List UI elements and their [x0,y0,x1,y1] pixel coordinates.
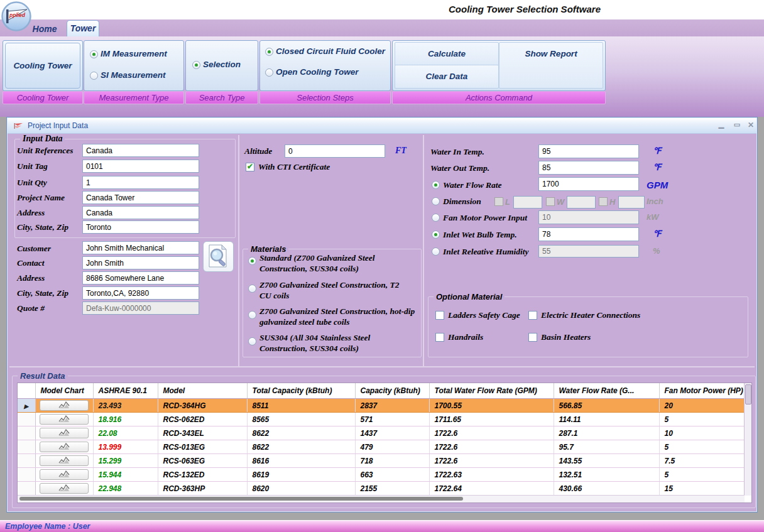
material-z700-t2cu-label[interactable]: Z700 Galvanized Steel Construction, T2 C… [259,280,404,301]
model-chart-button[interactable] [40,428,89,438]
model-chart-button[interactable] [40,469,89,480]
fan-motor-label[interactable]: Fan Motor Power Input [443,213,527,223]
model-chart-button[interactable] [40,455,89,466]
vertical-scrollbar[interactable] [744,383,751,496]
table-row[interactable]: ▶ 22.08 RCD-343EL 8622 1437 1722.6 287.1… [18,426,745,440]
fan-motor-radio[interactable] [432,214,440,222]
table-row[interactable]: ▶ 22.948 RCD-363HP 8620 2155 1722.64 430… [18,482,745,496]
wet-bulb-label[interactable]: Inlet Wet Bulb Temp. [443,230,517,240]
selection-label[interactable]: Selection [203,60,241,69]
material-z700-t2cu-radio[interactable] [248,285,256,293]
col-header-water-flow[interactable]: Water Flow Rate (G... [554,383,659,399]
vertical-scrollbar-thumb[interactable] [745,384,751,404]
water-flow-radio[interactable] [432,181,440,189]
material-standard-label[interactable]: Standard (Z700 Galvanized Steel Construc… [259,252,410,274]
table-row[interactable]: ▶ 15.299 RCS-063EG 8616 718 1722.6 143.5… [18,454,745,468]
row-selector[interactable]: ▶ [18,399,35,413]
si-measurement-radio[interactable] [90,72,98,80]
calculate-button[interactable]: Calculate [395,42,499,66]
electric-heater-label[interactable]: Electric Heater Connections [541,310,640,320]
material-sus304-label[interactable]: SUS304 (All 304 Stainless Steel Construc… [259,332,404,354]
selection-radio[interactable] [192,61,200,69]
closed-circuit-radio[interactable] [265,48,273,56]
material-z700-hotdip-label[interactable]: Z700 Galvanized Steel Construction, hot-… [259,306,417,327]
maximize-button[interactable]: ▭ [732,121,742,129]
dimension-radio[interactable] [432,197,440,205]
basin-heaters-label[interactable]: Basin Heaters [541,332,591,342]
open-cooling-label[interactable]: Open Cooling Tower [276,67,359,77]
table-row[interactable]: ▶ 15.944 RCS-132ED 8619 663 1722.63 132.… [18,468,745,482]
im-measurement-radio[interactable] [90,50,98,58]
project-name-input[interactable] [82,191,199,204]
tab-tower[interactable]: Tower [67,20,99,37]
col-header-total-water-flow[interactable]: Total Water Flow Rate (GPM) [429,383,554,399]
model-chart-button[interactable] [40,442,89,452]
table-row[interactable]: ▶ 18.916 RCS-062ED 8565 571 1711.65 114.… [18,413,745,426]
humidity-label[interactable]: Inlet Releative Humidity [443,247,528,257]
water-flow-label[interactable]: Water Flow Rate [443,180,502,190]
row-selector[interactable]: ▶ [18,482,35,496]
model-chart-button[interactable] [40,483,89,494]
customer-address-input[interactable] [82,271,199,285]
closed-circuit-label[interactable]: Closed Circuit Fluid Cooler [276,46,385,56]
electric-heater-checkbox[interactable] [528,311,537,320]
material-sus304-radio[interactable] [248,337,256,345]
material-z700-hotdip-radio[interactable] [248,311,256,319]
altitude-input[interactable] [285,144,385,158]
wet-bulb-radio[interactable] [432,231,440,239]
contact-input[interactable] [82,256,199,269]
unit-tag-input[interactable] [82,160,199,173]
model-chart-button[interactable] [40,400,89,411]
clear-data-button[interactable]: Clear Data [395,65,499,89]
model-value: RCS-063EG [158,454,247,468]
ladders-safety-cage-label[interactable]: Ladders Safety Cage [448,310,520,320]
minimize-button[interactable]: ▁ [716,121,726,129]
col-header-ashrae[interactable]: ASHRAE 90.1 [93,383,158,399]
model-chart-cell [35,399,93,413]
im-measurement-label[interactable]: IM Measurement [101,49,167,58]
water-in-input[interactable] [538,144,639,158]
row-selector[interactable]: ▶ [18,426,35,440]
customer-search-button[interactable] [203,241,234,272]
close-button[interactable]: ✕ [746,121,756,129]
col-header-total-capacity[interactable]: Total Capacity (kBtuh) [247,383,355,399]
col-header-model[interactable]: Model [158,383,247,399]
wet-bulb-input[interactable] [538,227,639,241]
row-selector[interactable]: ▶ [18,468,35,482]
ladders-safety-cage-checkbox[interactable] [435,311,444,320]
app-logo-button[interactable]: pplied [1,1,31,31]
city-state-zip-input[interactable] [82,220,199,234]
unit-qty-input[interactable] [82,176,199,189]
row-selector[interactable]: ▶ [18,413,35,426]
water-out-input[interactable] [538,161,639,175]
window-titlebar[interactable]: Project Input Data ▁ ▭ ✕ [8,118,756,134]
col-header-fan-power[interactable]: Fan Motor Power (HP) [659,383,745,399]
dimension-label[interactable]: Dimension [443,197,481,207]
table-row[interactable]: ▶ 13.999 RCS-013EG 8622 479 1722.6 95.7 … [18,440,745,454]
col-header-capacity[interactable]: Capacity (kBtuh) [355,383,429,399]
cooling-tower-button[interactable]: Cooling Tower [5,43,80,89]
customer-city-input[interactable] [82,286,199,300]
si-measurement-label[interactable]: SI Measurement [101,70,166,80]
model-chart-button[interactable] [40,414,89,425]
cti-certificate-label[interactable]: With CTI Certificate [258,162,330,172]
show-report-button[interactable]: Show Report [499,42,603,89]
handrails-checkbox[interactable] [435,333,444,342]
cti-certificate-checkbox[interactable] [246,163,254,171]
water-flow-input[interactable] [538,177,639,191]
open-cooling-radio[interactable] [265,68,273,77]
material-standard-radio[interactable] [248,257,256,265]
handrails-label[interactable]: Handrails [448,332,483,342]
row-selector[interactable]: ▶ [18,440,35,454]
horizontal-scrollbar-thumb[interactable] [19,497,463,501]
horizontal-scrollbar[interactable] [18,495,745,502]
unit-references-input[interactable] [82,144,199,157]
basin-heaters-checkbox[interactable] [528,333,537,342]
applied-logo-icon: pplied [1,1,31,31]
customer-input[interactable] [82,241,199,254]
humidity-radio[interactable] [432,247,440,256]
row-selector[interactable]: ▶ [18,454,35,468]
address-input[interactable] [82,206,199,219]
col-header-model-chart[interactable]: Model Chart [35,383,93,399]
table-row[interactable]: ▶ 23.493 RCD-364HG 8511 2837 1700.55 566… [18,399,745,413]
